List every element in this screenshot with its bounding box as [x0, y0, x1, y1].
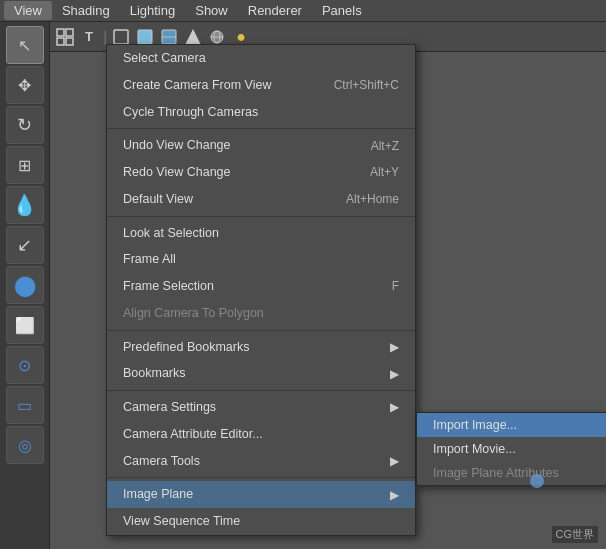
lasso-icon: ↙ [17, 234, 32, 256]
menu-default-view[interactable]: Default View Alt+Home [107, 186, 415, 213]
main-layout: ↖ ✥ ↻ ⊞ 💧 ↙ ⬤ ⬜ ⊙ [0, 22, 606, 549]
rotate-tool-button[interactable]: ↻ [6, 106, 44, 144]
sphere-icon: ⬤ [14, 273, 36, 297]
submenu-arrow-2: ▶ [390, 365, 399, 383]
svg-marker-8 [185, 29, 201, 45]
menu-create-camera[interactable]: Create Camera From View Ctrl+Shift+C [107, 72, 415, 99]
torus-icon: ⊙ [18, 356, 31, 375]
image-plane-submenu[interactable]: Import Image... Import Movie... Image Pl… [416, 412, 606, 486]
menu-look-selection[interactable]: Look at Selection [107, 220, 415, 247]
move-tool-button[interactable]: ✥ [6, 66, 44, 104]
svg-rect-3 [66, 38, 73, 45]
separator-1 [107, 128, 415, 129]
menu-frame-selection[interactable]: Frame Selection F [107, 273, 415, 300]
menu-view-sequence-time[interactable]: View Sequence Time [107, 508, 415, 535]
lasso-tool-button[interactable]: ↙ [6, 226, 44, 264]
plane-icon: ▭ [17, 396, 32, 415]
menu-item-show[interactable]: Show [185, 1, 238, 20]
left-toolbar: ↖ ✥ ↻ ⊞ 💧 ↙ ⬤ ⬜ ⊙ [0, 22, 50, 549]
menu-frame-all[interactable]: Frame All [107, 246, 415, 273]
submenu-arrow-4: ▶ [390, 452, 399, 470]
menu-item-renderer[interactable]: Renderer [238, 1, 312, 20]
menu-camera-settings[interactable]: Camera Settings ▶ [107, 394, 415, 421]
cube-button[interactable]: ⬜ [6, 306, 44, 344]
watermark: CG世界 [552, 526, 599, 543]
menu-bookmarks[interactable]: Bookmarks ▶ [107, 360, 415, 387]
select-tool-button[interactable]: ↖ [6, 26, 44, 64]
menu-cycle-cameras[interactable]: Cycle Through Cameras [107, 99, 415, 126]
toolbar-icon-grid[interactable] [54, 26, 76, 48]
menu-item-view[interactable]: View [4, 1, 52, 20]
separator-5 [107, 477, 415, 478]
drop-icon: 💧 [12, 193, 37, 217]
menu-predefined-bookmarks[interactable]: Predefined Bookmarks ▶ [107, 334, 415, 361]
svg-rect-2 [57, 38, 64, 45]
menu-camera-attr-editor[interactable]: Camera Attribute Editor... [107, 421, 415, 448]
arrow-icon: ↖ [18, 36, 31, 55]
menu-camera-tools[interactable]: Camera Tools ▶ [107, 448, 415, 475]
menu-redo-view[interactable]: Redo View Change Alt+Y [107, 159, 415, 186]
svg-rect-1 [66, 29, 73, 36]
app-container: View Shading Lighting Show Renderer Pane… [0, 0, 606, 549]
submenu-import-movie[interactable]: Import Movie... [417, 437, 606, 461]
separator-3 [107, 330, 415, 331]
torus-button[interactable]: ⊙ [6, 346, 44, 384]
submenu-arrow-1: ▶ [390, 338, 399, 356]
submenu-import-image[interactable]: Import Image... [417, 413, 606, 437]
plane-button[interactable]: ▭ [6, 386, 44, 424]
submenu-arrow-5: ▶ [390, 486, 399, 504]
view-dropdown-menu[interactable]: Select Camera Create Camera From View Ct… [106, 44, 416, 536]
sphere-button[interactable]: ⬤ [6, 266, 44, 304]
separator-4 [107, 390, 415, 391]
soft-select-button[interactable]: 💧 [6, 186, 44, 224]
cube-icon: ⬜ [15, 316, 35, 335]
menu-image-plane[interactable]: Image Plane ▶ [107, 481, 415, 508]
toolbar-icon-text[interactable]: T [78, 26, 100, 48]
move-icon: ✥ [18, 76, 31, 95]
svg-rect-4 [114, 30, 128, 44]
ring-icon: ◎ [18, 436, 32, 455]
menu-undo-view[interactable]: Undo View Change Alt+Z [107, 132, 415, 159]
svg-rect-0 [57, 29, 64, 36]
svg-rect-5 [138, 30, 152, 44]
ring-button[interactable]: ◎ [6, 426, 44, 464]
menu-item-shading[interactable]: Shading [52, 1, 120, 20]
menu-select-camera[interactable]: Select Camera [107, 45, 415, 72]
menu-align-camera: Align Camera To Polygon [107, 300, 415, 327]
scale-tool-button[interactable]: ⊞ [6, 146, 44, 184]
menu-item-lighting[interactable]: Lighting [120, 1, 186, 20]
menu-item-panels[interactable]: Panels [312, 1, 372, 20]
separator-2 [107, 216, 415, 217]
content-area: T | [50, 22, 606, 549]
submenu-image-plane-attrs: Image Plane Attributes [417, 461, 606, 485]
scale-icon: ⊞ [18, 156, 31, 175]
submenu-arrow-3: ▶ [390, 398, 399, 416]
rotate-icon: ↻ [17, 114, 32, 136]
menu-bar: View Shading Lighting Show Renderer Pane… [0, 0, 606, 22]
